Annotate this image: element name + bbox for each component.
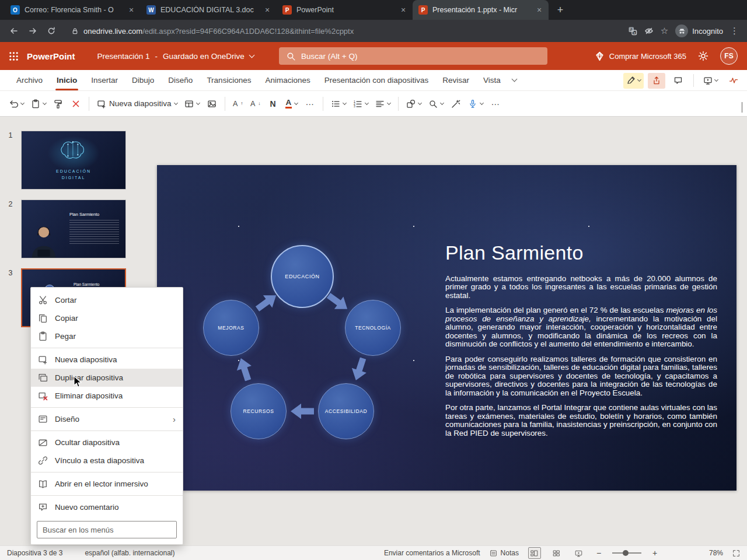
ribbon-tabs-overflow-button[interactable] [508, 70, 521, 90]
document-title-group[interactable]: Presentación 1 - Guardado en OneDrive [97, 52, 254, 61]
menu-item-vinculo-diapositiva[interactable]: Vínculo a esta diapositiva [31, 452, 183, 470]
font-color-button[interactable]: A [282, 94, 301, 113]
bold-button[interactable]: N [265, 94, 281, 113]
slideshow-view-button[interactable] [573, 547, 585, 559]
menu-item-diseno[interactable]: Diseño › [31, 410, 183, 428]
new-slide-button[interactable]: Nueva diapositiva [94, 94, 180, 113]
activity-button[interactable] [725, 73, 742, 89]
zoom-level[interactable]: 78% [709, 549, 723, 557]
diagram-node-tecnologia[interactable]: TECNOLOGÍA [345, 300, 401, 356]
slide-counter[interactable]: Diapositiva 3 de 3 [7, 549, 62, 557]
format-painter-button[interactable] [50, 94, 67, 113]
menu-item-nueva-diapositiva[interactable]: Nueva diapositiva [31, 351, 183, 369]
insert-image-button[interactable] [204, 94, 220, 113]
delete-button[interactable] [68, 94, 84, 113]
tab-close-icon[interactable]: × [127, 5, 136, 15]
undo-button[interactable] [6, 94, 27, 113]
designer-button[interactable] [448, 94, 464, 113]
browser-tab-presentation-active[interactable]: P Presentación 1.pptx - Micr × [413, 0, 549, 20]
ribbon-tab-presentacion[interactable]: Presentación con diapositivas [317, 70, 436, 90]
slide-layout-button[interactable] [181, 94, 203, 113]
menu-item-ocultar-diapositiva[interactable]: Ocultar diapositiva [31, 433, 183, 452]
menu-item-eliminar-diapositiva[interactable]: Eliminar diapositiva [31, 387, 183, 405]
eye-off-icon[interactable] [644, 26, 654, 36]
ribbon-tab-insertar[interactable]: Insertar [84, 70, 125, 90]
diagram-node-mejoras[interactable]: MEJORAS [203, 300, 259, 356]
ribbon-tab-inicio[interactable]: Inicio [50, 70, 84, 90]
slide-title[interactable]: Plan Sarmiento [445, 242, 584, 264]
shapes-button[interactable] [403, 94, 424, 113]
dictate-button[interactable] [465, 94, 486, 113]
menu-item-pegar[interactable]: Pegar [31, 327, 183, 345]
font-size-increase-button[interactable]: A↑ [230, 94, 246, 113]
slide-canvas[interactable]: EDUCACIÓN TECNOLOGÍA ACCESIBILIDAD RECUR… [157, 165, 736, 491]
tab-close-icon[interactable]: × [535, 5, 544, 15]
diagram-node-accesibilidad[interactable]: ACCESIBILIDAD [318, 383, 374, 439]
paste-button[interactable] [28, 94, 49, 113]
diagram-node-recursos[interactable]: RECURSOS [231, 383, 287, 439]
tab-close-icon[interactable]: × [399, 5, 408, 15]
browser-tab-word[interactable]: W EDUCACIÓN DIGITAL 3.doc × [141, 0, 277, 20]
toolbar-overflow-button[interactable]: … [487, 93, 504, 111]
comments-button[interactable] [669, 73, 687, 89]
browser-tab-powerpoint[interactable]: P PowerPoint × [277, 0, 413, 20]
reload-button[interactable] [43, 23, 60, 39]
slide-sorter-view-button[interactable] [550, 547, 563, 559]
feedback-link[interactable]: Enviar comentarios a Microsoft [384, 549, 480, 557]
slide-1-thumbnail[interactable]: EDUCACIÓN DIGITAL [21, 131, 126, 190]
back-button[interactable] [6, 23, 22, 39]
duplicate-slide-icon [38, 373, 48, 383]
draw-pen-button[interactable] [623, 73, 644, 89]
diagram-node-educacion[interactable]: EDUCACIÓN [271, 245, 334, 308]
browser-tab-mail[interactable]: O Correo: Florencia Smith - O × [5, 0, 141, 20]
menu-item-lector-inmersivo[interactable]: Abrir en el lector inmersivo [31, 475, 183, 493]
ribbon-tab-revisar[interactable]: Revisar [435, 70, 476, 90]
avatar[interactable]: FS [720, 47, 738, 65]
settings-gear-icon[interactable] [698, 51, 708, 61]
app-name[interactable]: PowerPoint [27, 51, 75, 61]
url-domain: onedrive.live.com [83, 27, 142, 36]
menu-item-label: Vínculo a esta diapositiva [55, 456, 144, 465]
paragraph-1: Actualmente estamos entregando netbooks … [445, 275, 717, 300]
tab-close-icon[interactable]: × [263, 5, 272, 15]
menu-search-input[interactable] [37, 521, 177, 538]
ribbon-tab-diseno[interactable]: Diseño [161, 70, 200, 90]
fit-to-window-icon[interactable] [732, 550, 740, 557]
address-bar[interactable]: onedrive.live.com/edit.aspx?resid=94F66C… [65, 23, 622, 39]
menu-item-duplicar-diapositiva[interactable]: Duplicar diapositiva [31, 369, 183, 387]
forward-button[interactable] [25, 23, 41, 39]
font-options-overflow-button[interactable]: … [302, 93, 318, 111]
bullets-button[interactable] [328, 94, 349, 113]
present-button[interactable] [700, 73, 721, 89]
ribbon-tab-animaciones[interactable]: Animaciones [258, 70, 317, 90]
search-input[interactable]: Buscar (Alt + Q) [279, 47, 547, 65]
menu-item-copiar[interactable]: Copiar [31, 309, 183, 327]
ribbon-tab-transiciones[interactable]: Transiciones [200, 70, 258, 90]
menu-item-cortar[interactable]: Cortar [31, 291, 183, 309]
font-size-decrease-button[interactable]: A↓ [247, 94, 264, 113]
ribbon-tab-archivo[interactable]: Archivo [9, 70, 50, 90]
app-launcher-button[interactable] [0, 42, 27, 70]
slide-2-thumbnail[interactable]: Plan Sarmiento [21, 200, 126, 258]
align-button[interactable] [372, 94, 393, 113]
slide-body-text[interactable]: Actualmente estamos entregando netbooks … [445, 275, 717, 444]
numbering-button[interactable]: 123 [350, 94, 371, 113]
find-button[interactable] [425, 94, 446, 113]
share-button[interactable] [648, 73, 665, 89]
zoom-slider-handle[interactable] [623, 550, 629, 556]
ribbon-tab-dibujo[interactable]: Dibujo [125, 70, 161, 90]
ribbon-tab-vista[interactable]: Vista [476, 70, 508, 90]
zoom-slider[interactable] [612, 552, 641, 554]
language-indicator[interactable]: español (alfab. internacional) [85, 549, 174, 557]
browser-menu-icon[interactable]: ⋮ [730, 26, 739, 36]
normal-view-button[interactable] [528, 547, 541, 559]
collapse-ribbon-button[interactable] [742, 102, 742, 113]
zoom-out-button[interactable]: − [595, 548, 603, 558]
new-tab-button[interactable]: + [552, 2, 568, 18]
bookmark-star-icon[interactable]: ☆ [661, 26, 668, 36]
zoom-in-button[interactable]: + [651, 548, 659, 558]
translate-icon[interactable]: Aa [628, 26, 637, 36]
buy-microsoft365-button[interactable]: Comprar Microsoft 365 [595, 51, 686, 61]
notes-toggle[interactable]: Notas [490, 549, 519, 557]
menu-item-nuevo-comentario[interactable]: Nuevo comentario [31, 498, 183, 516]
